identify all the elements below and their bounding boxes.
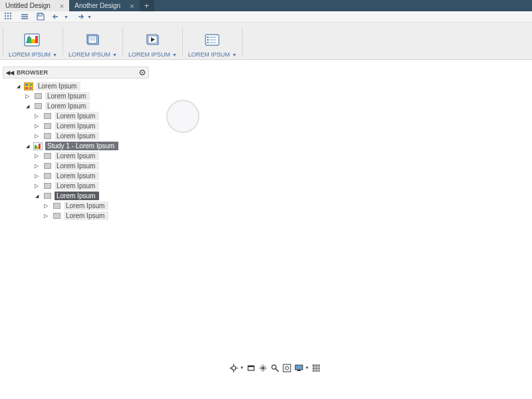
study-icon xyxy=(33,142,43,150)
svg-rect-34 xyxy=(29,84,32,86)
tree-row-root[interactable]: ◢Lorem Ipsum xyxy=(3,81,149,91)
svg-point-48 xyxy=(271,364,275,368)
tree-row-s5[interactable]: ◢Lorem Ipsum xyxy=(3,191,149,201)
ribbon-label: LOREM IPSUM xyxy=(188,51,230,58)
view-orientation-orb[interactable] xyxy=(166,100,200,133)
quick-access-toolbar: ▼ ▼ xyxy=(0,11,532,23)
tree-row-n2c[interactable]: ▷Lorem Ipsum xyxy=(3,131,149,141)
look-at-icon[interactable] xyxy=(246,363,255,372)
collapse-icon[interactable]: ◢ xyxy=(24,144,31,149)
tree-row-study[interactable]: ◢Study 1 - Lorem Ipsum xyxy=(3,141,149,151)
redo-dropdown-icon[interactable]: ▼ xyxy=(87,15,92,19)
expand-icon[interactable]: ▷ xyxy=(33,123,40,129)
ribbon-simulate-button[interactable]: LOREM IPSUM▼ xyxy=(124,30,181,58)
menu-icon[interactable] xyxy=(20,12,29,21)
browser-panel: ◀◀ BROWSER ◢Lorem Ipsum▷Lorem Ipsum◢Lore… xyxy=(3,66,149,221)
svg-rect-4 xyxy=(7,15,9,17)
close-icon[interactable]: × xyxy=(60,2,64,10)
fit-icon[interactable] xyxy=(282,363,291,372)
tree-item-label: Lorem Ipsum xyxy=(55,162,99,170)
pan-icon[interactable] xyxy=(258,363,267,372)
expand-icon[interactable]: ▷ xyxy=(33,173,40,179)
tree-row-n2b[interactable]: ▷Lorem Ipsum xyxy=(3,121,149,131)
ribbon-label: LOREM IPSUM xyxy=(68,51,110,58)
svg-point-51 xyxy=(285,366,289,370)
svg-rect-1 xyxy=(7,13,9,14)
svg-marker-38 xyxy=(35,145,37,149)
tree-row-s3[interactable]: ▷Lorem Ipsum xyxy=(3,171,149,181)
expand-icon[interactable]: ▷ xyxy=(43,213,49,219)
display-dropdown-icon[interactable]: ▾ xyxy=(306,365,309,370)
tree-item-label: Lorem Ipsum xyxy=(36,82,80,90)
tree-row-s5a[interactable]: ▷Lorem Ipsum xyxy=(3,201,149,211)
orbit-dropdown-icon[interactable]: ▾ xyxy=(241,365,243,370)
gear-icon[interactable] xyxy=(139,69,146,76)
new-tab-button[interactable]: + xyxy=(140,0,154,11)
collapse-icon[interactable]: ◢ xyxy=(15,84,21,89)
undo-icon[interactable] xyxy=(52,12,61,21)
folder-icon xyxy=(33,92,43,100)
orbit-icon[interactable] xyxy=(229,363,238,372)
svg-rect-28 xyxy=(207,42,209,43)
tab-untitled-design[interactable]: Untitled Design × xyxy=(0,0,69,11)
tab-bar: Untitled Design × Another Design × + xyxy=(0,0,532,11)
folder-icon xyxy=(42,182,53,190)
browser-header[interactable]: ◀◀ BROWSER xyxy=(3,66,149,78)
tree-item-label: Lorem Ipsum xyxy=(55,192,99,200)
tree-row-n2[interactable]: ◢Lorem Ipsum xyxy=(3,101,149,111)
tree-row-s2[interactable]: ▷Lorem Ipsum xyxy=(3,161,149,171)
expand-icon[interactable]: ▷ xyxy=(33,133,40,139)
ribbon-toolbar: LOREM IPSUM▼ LOREM IPSUM▼ LOREM IPSUM▼ L… xyxy=(0,23,532,60)
expand-icon[interactable]: ▷ xyxy=(43,203,49,209)
expand-icon[interactable]: ▷ xyxy=(24,93,31,99)
collapse-icon[interactable]: ◢ xyxy=(24,104,31,109)
ribbon-results-button[interactable]: LOREM IPSUM▼ xyxy=(184,30,241,58)
zoom-icon[interactable] xyxy=(270,363,279,372)
tree-item-label: Lorem Ipsum xyxy=(45,102,90,110)
tree-row-s1[interactable]: ▷Lorem Ipsum xyxy=(3,151,149,161)
tree-item-label: Lorem Ipsum xyxy=(55,152,99,160)
chevron-down-icon: ▼ xyxy=(172,53,177,57)
tree-row-n2a[interactable]: ▷Lorem Ipsum xyxy=(3,111,149,121)
tree-row-n1[interactable]: ▷Lorem Ipsum xyxy=(3,91,149,101)
svg-rect-25 xyxy=(209,37,216,38)
folder-icon xyxy=(42,132,53,140)
grid-icon[interactable] xyxy=(4,12,13,21)
redo-icon[interactable] xyxy=(75,12,84,21)
collapse-icon[interactable]: ◢ xyxy=(33,194,40,199)
svg-marker-39 xyxy=(37,146,39,149)
folder-icon xyxy=(51,202,62,210)
svg-rect-2 xyxy=(10,13,11,14)
tree-row-s5b[interactable]: ▷Lorem Ipsum xyxy=(3,211,149,221)
svg-line-49 xyxy=(275,368,279,372)
svg-point-41 xyxy=(231,366,235,370)
component-root-icon xyxy=(23,82,34,90)
save-icon[interactable] xyxy=(36,12,45,21)
svg-marker-15 xyxy=(31,39,35,43)
expand-icon[interactable]: ▷ xyxy=(33,163,40,169)
expand-icon[interactable]: ▷ xyxy=(33,183,40,189)
ribbon-library-button[interactable]: LOREM IPSUM▼ xyxy=(65,30,121,58)
grid-display-icon[interactable] xyxy=(311,363,321,372)
collapse-icon[interactable]: ◀◀ xyxy=(6,70,14,76)
folder-icon xyxy=(51,212,62,220)
svg-rect-36 xyxy=(29,87,32,89)
svg-marker-16 xyxy=(35,36,38,43)
svg-rect-47 xyxy=(248,366,254,367)
list-box-icon xyxy=(200,30,225,50)
tab-another-design[interactable]: Another Design × xyxy=(69,0,139,11)
expand-icon[interactable]: ▷ xyxy=(33,153,40,159)
expand-icon[interactable]: ▷ xyxy=(33,113,40,119)
tree-item-label: Lorem Ipsum xyxy=(55,112,99,120)
svg-rect-7 xyxy=(7,18,9,19)
tree-row-s4[interactable]: ▷Lorem Ipsum xyxy=(3,181,149,191)
folder-icon xyxy=(42,112,53,120)
svg-rect-12 xyxy=(39,13,42,16)
tree-item-label: Lorem Ipsum xyxy=(55,172,99,180)
close-icon[interactable]: × xyxy=(130,2,134,10)
display-icon[interactable] xyxy=(294,363,303,372)
undo-dropdown-icon[interactable]: ▼ xyxy=(64,15,68,19)
tree-item-label: Lorem Ipsum xyxy=(64,211,108,220)
ribbon-study-button[interactable]: LOREM IPSUM▼ xyxy=(5,30,61,58)
tab-label: Untitled Design xyxy=(5,2,51,9)
